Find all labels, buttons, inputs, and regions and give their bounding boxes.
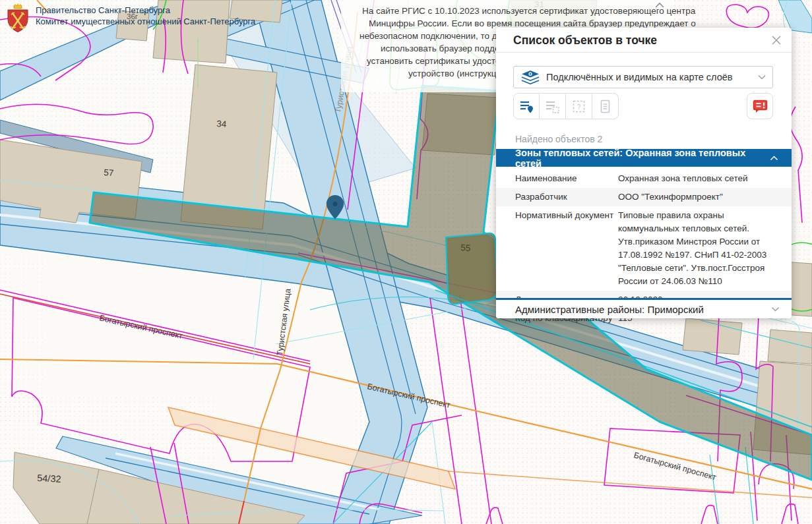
notification-text: небезопасном подключении, то для б <box>359 31 515 41</box>
building-label: 57 <box>104 167 114 178</box>
panel-header: Список объектов в точке <box>496 28 792 53</box>
table-row: Нормативный документ Типовые правила охр… <box>496 206 792 291</box>
app-window: Туристская улица Туристская улица Богаты… <box>0 0 812 524</box>
report-error-button[interactable] <box>747 93 773 119</box>
close-icon[interactable] <box>769 34 784 48</box>
notification-text: устройство (инструкци <box>408 69 501 78</box>
svg-text:?: ? <box>577 103 581 110</box>
attr-label: Разработчик <box>515 190 618 204</box>
admin-districts-section-header[interactable]: Административные районы: Приморский <box>496 298 792 318</box>
chevron-down-icon <box>771 306 780 312</box>
notification-text: На сайте РГИС с 10.10.2023 используется … <box>362 6 695 16</box>
object-list-panel: Список объектов в точке Подключённых и в… <box>496 28 792 318</box>
notification-text: Минцифры России. Если во время посещения… <box>369 18 696 28</box>
attr-value: Охранная зона тепловых сетей <box>618 172 782 185</box>
identify-area-unknown-button[interactable]: ? <box>566 93 592 119</box>
notification-text: установить сертификаты удостовер <box>367 56 515 66</box>
object-section-title: Зоны тепловых сетей: Охранная зона тепло… <box>515 148 770 169</box>
object-section-header[interactable]: Зоны тепловых сетей: Охранная зона тепло… <box>496 149 792 167</box>
notification-collapse-icon[interactable] <box>654 0 665 11</box>
panel-title: Список объектов в точке <box>513 34 657 47</box>
building-label: 54/32 <box>37 473 61 484</box>
identify-area-list-button[interactable] <box>540 93 566 119</box>
layer-filter-dropdown[interactable]: Подключённых и видимых на карте слоёв <box>513 66 773 88</box>
results-count: Найдено объектов 2 <box>515 134 602 144</box>
report-error-icon <box>753 100 768 113</box>
attr-label: Наименование <box>515 172 618 185</box>
identify-point-list-button[interactable] <box>513 93 540 119</box>
layer-filter-value: Подключённых и видимых на карте слоёв <box>546 72 752 82</box>
zone-building-55 <box>446 233 497 304</box>
building-label: 34 <box>216 119 228 129</box>
building-label: 55 <box>460 243 471 253</box>
layers-visibility-icon <box>520 71 540 84</box>
spb-coat-of-arms-logo <box>5 3 30 34</box>
admin-districts-title: Административные районы: Приморский <box>515 304 771 315</box>
identify-toolbar: ? <box>513 93 619 119</box>
attr-value: Типовые правила охраны коммунальных тепл… <box>618 209 782 288</box>
table-row: Разработчик ООО "Техинформпроект" <box>496 188 792 206</box>
branding-line-1: Правительство Санкт-Петербурга <box>36 5 255 16</box>
notification-text: использовать браузер поддержи <box>381 44 515 53</box>
chevron-down-icon <box>758 74 766 80</box>
attr-label: Нормативный документ <box>515 209 618 288</box>
table-row: Наименование Охранная зона тепловых сете… <box>496 169 792 188</box>
branding-line-2: Комитет имущественных отношений Санкт-Пе… <box>36 16 255 27</box>
chevron-up-icon <box>770 156 778 161</box>
attr-value: ООО "Техинформпроект" <box>618 190 782 204</box>
site-branding: Правительство Санкт-Петербурга Комитет и… <box>5 3 255 34</box>
identify-document-button[interactable] <box>592 93 619 119</box>
